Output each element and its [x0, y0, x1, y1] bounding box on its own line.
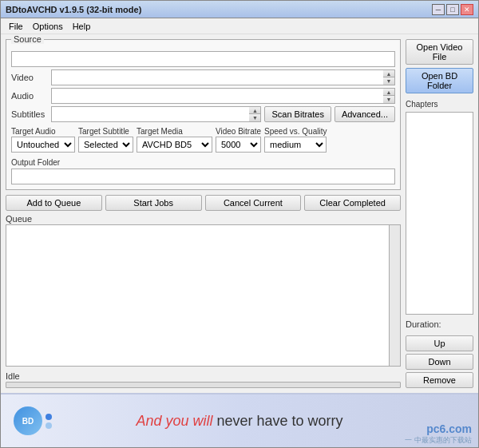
main-content: Source Video ▲ ▼: [1, 34, 478, 393]
source-label: Source: [11, 34, 44, 44]
cancel-button[interactable]: Cancel Current: [205, 195, 302, 211]
target-bitrate-select-wrap: 3000 5000 8000 12000 17000: [216, 137, 261, 153]
output-section: Output Folder: [11, 157, 395, 184]
left-panel: Source Video ▲ ▼: [6, 39, 401, 388]
source-group: Source Video ▲ ▼: [6, 39, 401, 190]
audio-down-arrow[interactable]: ▼: [383, 96, 394, 103]
up-button[interactable]: Up: [406, 335, 473, 351]
queue-label: Queue: [6, 214, 401, 224]
video-down-arrow[interactable]: ▼: [383, 77, 394, 85]
advanced-button[interactable]: Advanced...: [335, 106, 395, 122]
maximize-button[interactable]: □: [446, 4, 459, 15]
target-audio-select[interactable]: Untouched Copy AAC AC3: [12, 137, 74, 152]
scan-bitrates-button[interactable]: Scan Bitrates: [264, 106, 331, 122]
audio-spinner: ▲ ▼: [51, 88, 395, 104]
window-title: BDtoAVCHD v1.9.5 (32-bit mode): [6, 5, 141, 14]
queue-section: Queue: [6, 214, 401, 367]
remove-button[interactable]: Remove: [406, 372, 473, 388]
progress-bar-background: [6, 382, 401, 388]
subtitles-spinner: ▲ ▼: [51, 106, 261, 122]
down-button[interactable]: Down: [406, 354, 473, 370]
audio-row: Audio ▲ ▼: [11, 88, 395, 104]
site-text: pc6.com: [426, 422, 472, 435]
target-subtitle-label: Target Subtitle: [78, 127, 133, 136]
logo-dot-blue: [46, 414, 52, 420]
target-audio-label: Target Audio: [11, 127, 75, 136]
main-window: BDtoAVCHD v1.9.5 (32-bit mode) ─ □ ✕ Fil…: [0, 0, 479, 448]
banner-normal: never have to worry: [216, 413, 342, 429]
video-up-arrow[interactable]: ▲: [383, 70, 394, 77]
queue-scrollbar[interactable]: [389, 225, 400, 366]
target-media-label: Target Media: [137, 127, 212, 136]
audio-label: Audio: [11, 91, 48, 101]
audio-arrows: ▲ ▼: [383, 88, 395, 104]
open-bd-button[interactable]: Open BD Folder: [406, 68, 473, 93]
target-audio-select-wrap: Untouched Copy AAC AC3: [11, 137, 75, 153]
target-media-col: Target Media AVCHD BD5 AVCHD BD9 AVCHD B…: [137, 127, 212, 153]
target-subtitle-select-wrap: Selected All None: [78, 137, 133, 153]
subtitles-label: Subtitles: [11, 109, 48, 119]
banner-highlight: And you will: [136, 413, 212, 429]
start-jobs-button[interactable]: Start Jobs: [105, 195, 202, 211]
add-queue-button[interactable]: Add to Queue: [6, 195, 102, 211]
source-input[interactable]: [11, 51, 395, 67]
logo-dot-light: [46, 422, 52, 429]
target-row: Target Audio Untouched Copy AAC AC3 Targ…: [11, 127, 395, 153]
target-subtitle-col: Target Subtitle Selected All None: [78, 127, 133, 153]
menu-help[interactable]: Help: [68, 20, 96, 33]
subtitles-arrows: ▲ ▼: [249, 106, 261, 122]
target-quality-label: Speed vs. Quality: [264, 127, 327, 136]
source-input-row: [11, 51, 395, 67]
logo-dots: [46, 414, 52, 429]
minimize-button[interactable]: ─: [432, 4, 445, 15]
target-quality-select[interactable]: ultrafast superfast veryfast faster fast…: [265, 137, 326, 152]
video-row: Video ▲ ▼: [11, 69, 395, 85]
queue-box[interactable]: [6, 224, 401, 367]
chapters-label: Chapters: [406, 100, 473, 109]
site-subtext: 一 中最实惠的下载站: [405, 435, 472, 446]
logo-text: BD: [22, 417, 34, 426]
logo-circle: BD: [14, 406, 42, 435]
target-quality-col: Speed vs. Quality ultrafast superfast ve…: [264, 127, 327, 153]
status-label: Idle: [6, 371, 401, 381]
target-media-select[interactable]: AVCHD BD5 AVCHD BD9 AVCHD BD25 AVCHD BD5…: [137, 137, 212, 152]
menu-file[interactable]: File: [4, 20, 28, 33]
banner-logo: BD: [14, 406, 52, 435]
banner-right-area: pc6.com 一 中最实惠的下载站: [405, 422, 472, 446]
audio-input[interactable]: [51, 88, 383, 104]
video-spinner: ▲ ▼: [51, 69, 395, 85]
duration-label: Duration:: [406, 319, 473, 329]
audio-up-arrow[interactable]: ▲: [383, 89, 394, 96]
open-video-button[interactable]: Open Video File: [406, 39, 473, 65]
target-audio-col: Target Audio Untouched Copy AAC AC3: [11, 127, 75, 153]
target-quality-select-wrap: ultrafast superfast veryfast faster fast…: [264, 137, 327, 153]
subtitles-up-arrow[interactable]: ▲: [249, 107, 260, 114]
output-label: Output Folder: [11, 158, 60, 167]
target-media-select-wrap: AVCHD BD5 AVCHD BD9 AVCHD BD25 AVCHD BD5…: [137, 137, 212, 153]
target-bitrate-select[interactable]: 3000 5000 8000 12000 17000: [216, 137, 260, 152]
right-buttons: Up Down Remove: [406, 332, 473, 388]
close-button[interactable]: ✕: [461, 4, 473, 15]
clear-completed-button[interactable]: Clear Completed: [304, 195, 401, 211]
right-panel: Open Video File Open BD Folder Chapters …: [406, 39, 473, 388]
action-buttons: Add to Queue Start Jobs Cancel Current C…: [6, 195, 401, 211]
video-arrows: ▲ ▼: [383, 69, 395, 85]
target-bitrate-label: Video Bitrate: [216, 127, 261, 136]
subtitles-input[interactable]: [51, 106, 249, 122]
bottom-banner: BD And you will never have to worry pc6.…: [1, 393, 478, 447]
video-label: Video: [11, 73, 48, 82]
chapters-area[interactable]: [406, 112, 473, 315]
target-subtitle-select[interactable]: Selected All None: [79, 137, 133, 152]
status-area: Idle: [6, 371, 401, 388]
video-input[interactable]: [51, 69, 383, 85]
target-bitrate-col: Video Bitrate 3000 5000 8000 12000 17000: [216, 127, 261, 153]
window-controls: ─ □ ✕: [432, 4, 473, 15]
subtitles-row: Subtitles ▲ ▼ Scan Bitrates Advanced...: [11, 106, 395, 122]
subtitles-down-arrow[interactable]: ▼: [249, 114, 260, 121]
title-bar: BDtoAVCHD v1.9.5 (32-bit mode) ─ □ ✕: [1, 1, 478, 18]
menu-bar: File Options Help: [1, 18, 478, 34]
menu-options[interactable]: Options: [28, 20, 68, 33]
output-input[interactable]: [11, 168, 395, 184]
banner-text: And you will never have to worry: [136, 413, 342, 430]
